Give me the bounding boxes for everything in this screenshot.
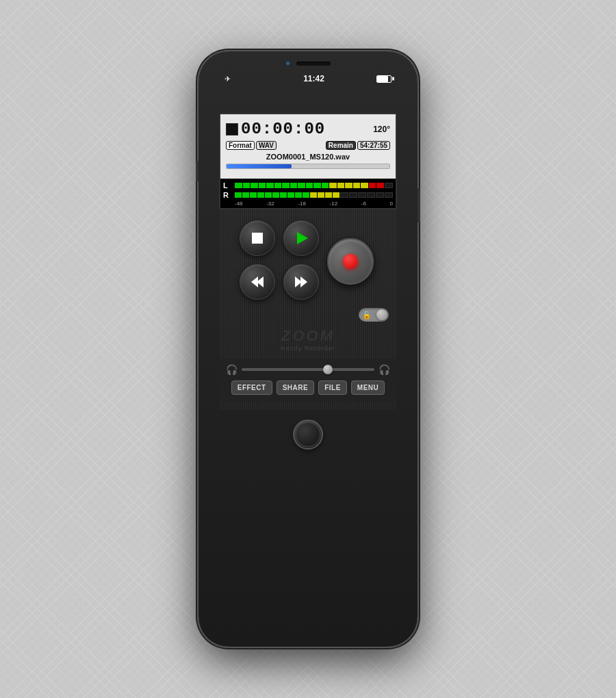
zoom-logo: ZOOM [281, 327, 335, 345]
lock-toggle[interactable]: 🔓 [359, 308, 389, 322]
rewind-icon [251, 276, 264, 287]
vu-scale: -48 -32 -18 -12 -6 0 [223, 201, 393, 207]
ffwd-button[interactable] [283, 264, 319, 300]
filename: ZOOM0001_MS120.wav [226, 153, 390, 161]
screen-display: 00:00:00 120° Format WAV Remain 54:27:55… [220, 114, 396, 179]
progress-bar [226, 164, 390, 169]
side-button-right [418, 188, 420, 222]
camera-area [285, 61, 331, 66]
effect-button[interactable]: EFFECT [231, 380, 272, 395]
file-button[interactable]: FILE [318, 380, 347, 395]
volume-knob [323, 365, 333, 374]
stop-icon [252, 233, 263, 244]
status-left: ✈ [224, 75, 231, 83]
home-button-inner [296, 422, 320, 447]
angle-display: 120° [373, 125, 390, 134]
play-icon [297, 232, 308, 244]
time-row: 00:00:00 120° [226, 120, 390, 138]
share-button[interactable]: SHARE [277, 380, 315, 395]
format-value: WAV [256, 141, 277, 150]
ffwd-icon [295, 276, 307, 287]
phone-screen: 00:00:00 120° Format WAV Remain 54:27:55… [219, 113, 397, 209]
vu-bar-r [235, 192, 393, 198]
vu-meter-l: L [223, 181, 393, 190]
time-display: 00:00:00 [226, 120, 325, 138]
status-time: 11:42 [251, 74, 376, 83]
home-button[interactable] [293, 419, 323, 450]
lock-icon: 🔓 [360, 309, 374, 320]
format-badge: Format WAV [226, 141, 277, 150]
side-button-left [196, 161, 198, 181]
time-counter: 00:00:00 [241, 120, 325, 138]
earpiece-speaker [296, 62, 331, 66]
status-bar: ✈ 11:42 [219, 72, 397, 86]
channel-label-r: R [223, 191, 233, 199]
channel-label-l: L [223, 181, 233, 190]
volume-row: 🎧 🎧 [226, 364, 390, 375]
remain-label: Remain [326, 141, 356, 150]
zoom-subtitle: Handy Recorder [281, 345, 335, 352]
home-button-area [198, 410, 418, 456]
record-icon [343, 254, 358, 269]
bottom-panel: 🎧 🎧 EFFECT SHARE FILE MENU [219, 359, 397, 402]
remain-value: 54:27:55 [357, 141, 390, 150]
rewind-button[interactable] [240, 264, 275, 300]
volume-slider[interactable] [242, 368, 374, 371]
phone-body: 🔓 ZOOM Handy Recorder 🎧 🎧 EFFECT SHARE [219, 209, 397, 410]
headphone-right-icon: 🎧 [378, 364, 390, 375]
menu-button[interactable]: MENU [351, 380, 385, 395]
phone-device: ✈ 11:42 00:00:00 120° Format WAV [198, 51, 418, 647]
battery-icon [376, 75, 392, 83]
menu-buttons: EFFECT SHARE FILE MENU [226, 380, 390, 395]
lock-row: 🔓 [219, 308, 397, 322]
remain-badge: Remain 54:27:55 [326, 141, 390, 150]
headphone-left-icon: 🎧 [226, 364, 238, 375]
vu-bar-l [235, 182, 393, 189]
play-button[interactable] [283, 220, 319, 256]
airplane-icon: ✈ [224, 75, 231, 83]
zoom-logo-area: ZOOM Handy Recorder [281, 327, 335, 352]
stop-indicator [226, 123, 238, 135]
transport-controls [240, 220, 376, 302]
record-button[interactable] [327, 238, 374, 285]
progress-bar-fill [227, 164, 292, 168]
stop-button[interactable] [240, 220, 275, 256]
format-label: Format [226, 141, 255, 150]
info-row: Format WAV Remain 54:27:55 [226, 141, 390, 150]
lock-knob [376, 309, 387, 320]
vu-meter-r: R [223, 191, 393, 199]
battery-fill [377, 76, 388, 82]
vu-meters: L [220, 179, 396, 208]
front-camera [285, 61, 291, 66]
phone-top: ✈ 11:42 [198, 51, 418, 113]
